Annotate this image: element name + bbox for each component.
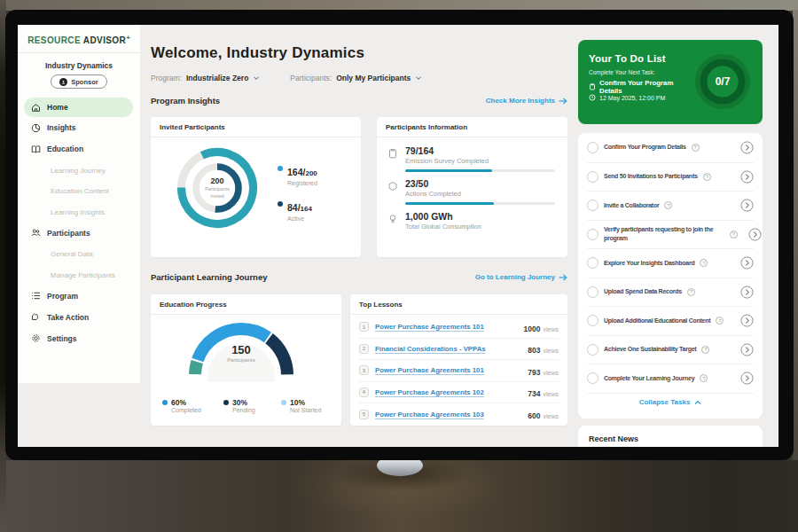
sidebar-item-education-content[interactable]: Education Content [18,181,140,202]
todo-next-task: Confirm Your Program Details [589,79,695,95]
lesson-rank: 1 [359,322,369,332]
legend-pending: 30% Pending [223,398,270,413]
legend-completed: 60% Completed [162,398,212,413]
lesson-link[interactable]: Power Purchase Agreements 101 [375,366,521,374]
chevron-right-circle-icon[interactable] [740,199,754,212]
lesson-link[interactable]: Power Purchase Agreements 101 [375,323,518,331]
sidebar: RESOURCE ADVISOR+ Industry Dynamics Spon… [18,25,140,383]
sidebar-item-insights[interactable]: Insights [18,117,140,138]
chevron-right-circle-icon[interactable] [740,343,754,356]
lesson-link[interactable]: Power Purchase Agreements 102 [375,388,521,396]
monitor-bezel: RESOURCE ADVISOR+ Industry Dynamics Spon… [5,10,794,460]
insights-icon [31,123,41,133]
sidebar-item-learning-journey[interactable]: Learning Journey [18,160,140,181]
actions-icon [387,181,398,192]
sidebar-item-education[interactable]: Education [18,138,140,160]
task-checkbox[interactable] [587,372,598,384]
task-checkbox[interactable] [587,142,598,153]
help-icon[interactable]: ? [703,173,711,181]
gauge-legend: 60% Completed 30% Pending [162,398,321,413]
chevron-right-circle-icon[interactable] [740,170,754,184]
check-more-insights-link[interactable]: Check More Insights [486,97,567,105]
invited-donut-chart: 200 Participants Invited [173,144,262,232]
task-checkbox[interactable] [587,257,598,269]
participants-filter-label: Participants: [290,74,332,82]
arrow-right-icon [559,274,567,281]
card-title: Top Lessons [350,294,567,315]
card-title: Education Progress [151,294,341,315]
task-checkbox[interactable] [587,200,598,211]
clipboard-icon [387,148,398,159]
main-content: Welcome, Industry Dynamics Program: Indu… [151,25,567,447]
task-checkbox[interactable] [587,171,598,183]
sidebar-item-program[interactable]: Program [18,286,140,307]
chevron-right-circle-icon[interactable] [748,228,762,241]
help-icon[interactable]: ? [701,346,709,354]
lesson-link[interactable]: Power Purchase Agreements 103 [375,411,521,419]
stat-total-consumption: 1,000 GWh Total Global Consumption [387,211,555,231]
sponsor-badge[interactable]: Sponsor [51,74,106,89]
help-icon[interactable]: ? [687,288,695,296]
todo-due-date: 12 May 2025, 12:00 PM [589,94,665,101]
chevron-right-circle-icon[interactable] [740,286,754,299]
task-row[interactable]: Upload Spend Data Records ? [587,278,754,307]
lesson-rank: 3 [359,365,369,375]
org-name: Industry Dynamics [18,61,140,70]
home-icon [31,103,41,113]
program-filter-value[interactable]: Industrialize Zero [186,74,248,82]
task-row[interactable]: Send 50 Invitations to Participants ? [587,162,754,192]
task-checkbox[interactable] [587,344,598,356]
task-checkbox[interactable] [587,286,598,298]
sidebar-nav: Home Insights Education Learning Journey [18,98,140,349]
lesson-rank: 5 [359,410,369,419]
go-to-learning-journey-link[interactable]: Go to Learning Journey [475,273,567,281]
lesson-row: 2 Financial Considerations - VPPAs 803vi… [359,339,559,361]
chevron-right-circle-icon[interactable] [740,256,754,270]
sidebar-item-settings[interactable]: Settings [18,328,140,349]
bulb-icon [387,214,398,224]
task-row[interactable]: Explore Your Insights Dashboard ? [587,248,754,278]
sidebar-item-general-data[interactable]: General Data [18,244,140,265]
task-row[interactable]: Invite a Collaborator ? [587,191,754,220]
task-checkbox[interactable] [587,229,598,240]
recent-news-title: Recent News [578,426,763,447]
lesson-row: 1 Power Purchase Agreements 101 1000view… [359,317,559,339]
invited-participants-card: Invited Participants 200 Participants In… [151,117,361,257]
chevron-right-circle-icon[interactable] [740,141,754,154]
sidebar-item-home[interactable]: Home [24,98,133,117]
stat-emission-survey: 79/164 Emission Survey Completed [387,145,555,172]
help-icon[interactable]: ? [700,374,708,382]
gear-icon [31,333,41,343]
education-gauge-chart: 150 Participants [184,320,299,382]
lesson-row: 5 Power Purchase Agreements 103 600views [359,403,559,426]
task-row[interactable]: Confirm Your Program Details ? [587,133,754,162]
collapse-tasks-link[interactable]: Collapse Tasks [587,393,754,411]
recent-news-card: Recent News [578,426,763,447]
photo-background: RESOURCE ADVISOR+ Industry Dynamics Spon… [0,0,798,532]
chevron-right-circle-icon[interactable] [740,372,754,385]
task-row[interactable]: Complete Your Learning Journey ? [587,364,754,393]
sidebar-item-learning-insights[interactable]: Learning Insights [18,201,140,223]
chevron-down-icon[interactable] [253,74,260,82]
lesson-rank: 4 [359,387,369,397]
task-checkbox[interactable] [587,315,598,326]
chevron-down-icon[interactable] [415,74,422,82]
sidebar-item-manage-participants[interactable]: Manage Participants [18,264,140,286]
task-row[interactable]: Verify participants requesting to join t… [587,220,754,249]
help-icon[interactable]: ? [730,231,738,239]
section-title-learning-journey: Participant Learning Journey [151,272,267,282]
todo-progress-count: 0/7 [692,51,753,112]
help-icon[interactable]: ? [692,144,700,152]
help-icon[interactable]: ? [716,317,724,325]
brand-logo[interactable]: RESOURCE ADVISOR+ [18,25,140,53]
chevron-right-circle-icon[interactable] [740,314,754,327]
brand-primary: RESOURCE [27,35,81,45]
task-row[interactable]: Achieve One Sustainability Target ? [587,335,754,364]
help-icon[interactable]: ? [700,259,708,267]
sidebar-item-take-action[interactable]: Take Action [18,307,140,328]
lesson-link[interactable]: Financial Considerations - VPPAs [375,345,521,353]
task-row[interactable]: Upload Additional Educational Content ? [587,306,754,335]
participants-filter-value[interactable]: Only My Participants [336,74,411,82]
help-icon[interactable]: ? [664,201,672,209]
sidebar-item-participants[interactable]: Participants [18,223,140,244]
